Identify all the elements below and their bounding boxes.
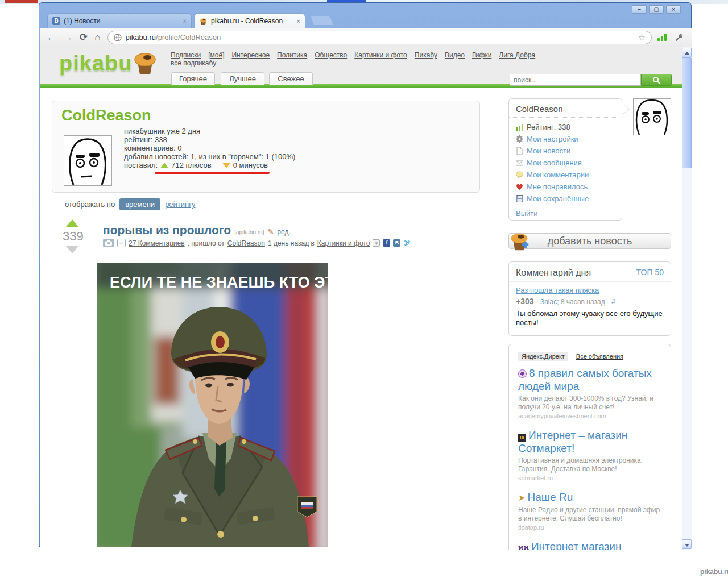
collapse-post-icon[interactable]: – <box>117 239 126 247</box>
window-controls: – ▢ ✕ <box>632 5 681 14</box>
comment-author-link[interactable]: Заiac; <box>540 298 559 306</box>
upvote-arrow-icon[interactable] <box>66 219 78 227</box>
menu-item-label: Мои сообщения <box>527 159 582 167</box>
extension-bars-icon[interactable] <box>657 34 667 41</box>
tab-pikabu-profile[interactable]: pikabu.ru - ColdReason × <box>194 13 305 28</box>
meme-caption-svg: ЕСЛИ ТЕ НЕ ЗНАЕШЬ КТО ЭТО <box>110 274 328 291</box>
menu-item-label: Мои настройки <box>527 135 578 143</box>
post-rating: 339 <box>63 229 82 244</box>
menu-item-settings[interactable]: Мои настройки <box>509 133 622 145</box>
ad-url: tipatop.ru <box>518 524 663 531</box>
all-ads-link[interactable]: Все объявления <box>576 353 623 360</box>
ad-title-link[interactable]: Интернет магазин <box>531 541 622 550</box>
nav-link[interactable]: Видео <box>445 51 465 59</box>
ad-item[interactable]: 8 правил самых богатых людей мира Как он… <box>509 361 671 419</box>
search-icon <box>652 76 660 84</box>
nav-link[interactable]: все подпикабу <box>171 59 216 67</box>
ad-item[interactable]: шИнтернет – магазин Сотмаркет! Портативн… <box>509 419 671 481</box>
sort-by-rating-link[interactable]: рейтингу <box>165 200 195 209</box>
wrench-menu-icon[interactable] <box>675 33 684 42</box>
comment-time: 8 часов назад <box>561 298 605 306</box>
comment-post-link[interactable]: Раз пошла такая пляска <box>509 282 671 296</box>
menu-item-saved[interactable]: Мои сохранённые <box>509 193 622 205</box>
comment-anchor-link[interactable]: # <box>611 298 615 306</box>
nav-link[interactable]: [моё] <box>208 51 224 59</box>
tab-close-icon[interactable]: × <box>297 18 300 24</box>
nav-link[interactable]: Картинки и фото <box>354 51 407 59</box>
comments-link[interactable]: 27 Комментариев <box>129 239 185 247</box>
stat-line: рейтинг: 338 <box>124 135 295 144</box>
home-icon[interactable]: ⌂ <box>94 32 100 43</box>
nav-link[interactable]: Гифки <box>472 51 491 59</box>
sotmarket-ad-icon: ш <box>518 434 526 442</box>
screenshot-canvas: – ▢ ✕ B (1) Новости × pikabu.ru - ColdRe… <box>0 0 728 582</box>
tab-title: pikabu.ru - ColdReason <box>211 17 293 25</box>
post-category-link[interactable]: Картинки и фото <box>317 239 370 247</box>
search-input[interactable] <box>510 74 641 86</box>
user-panel: ColdReason Рейтинг: 338 Мои настройки Мо… <box>508 98 622 221</box>
twitter-share-icon[interactable]: 🕊 <box>403 239 411 247</box>
ad-description: Как они делают 300-1000% в год? Узнай, и… <box>518 394 663 411</box>
logout-link[interactable]: Выйти <box>509 205 622 218</box>
new-tab-button[interactable] <box>311 16 333 25</box>
scroll-down-icon[interactable] <box>682 539 692 549</box>
reload-icon[interactable]: ⟳ <box>80 31 88 43</box>
sort-by-time-button[interactable]: времени <box>119 198 160 210</box>
post-title-link[interactable]: порывы из прошлого <box>103 223 231 237</box>
comment-bubble-icon <box>516 171 523 178</box>
nav-link[interactable]: Интересное <box>231 51 270 59</box>
search-button[interactable] <box>641 74 672 86</box>
bookmark-star-icon[interactable]: ☆ <box>638 32 646 43</box>
comment-score: +303 <box>516 297 534 306</box>
forward-icon[interactable]: → <box>63 32 73 43</box>
address-bar[interactable]: pikabu.ru/profile/ColdReason ☆ <box>107 31 652 44</box>
ad-title-link[interactable]: Интернет – магазин Сотмаркет! <box>518 429 627 454</box>
globe-icon <box>114 34 122 41</box>
menu-item-comments[interactable]: Мои комментарии <box>509 169 622 181</box>
facebook-share-icon[interactable]: f <box>383 239 390 247</box>
eye-ad-icon <box>518 369 527 378</box>
ad-title-link[interactable]: 8 правил самых богатых людей мира <box>518 367 652 392</box>
sidebar-avatar[interactable] <box>633 98 671 135</box>
minimize-button[interactable]: – <box>632 5 647 14</box>
add-post-button[interactable]: добавить новость <box>508 233 671 249</box>
meta-text: 1 день назад в <box>268 239 315 247</box>
top-nav: Подписки [моё] Интересное Политика Общес… <box>171 51 557 67</box>
ad-item[interactable]: ➤Наше Ru Наше Радио и другие станции, пр… <box>509 481 671 531</box>
downvote-arrow-icon[interactable] <box>66 246 78 253</box>
save-post-icon[interactable]: ▾ <box>373 239 380 247</box>
ad-title-link[interactable]: Наше Ru <box>528 491 573 503</box>
document-icon <box>516 147 523 155</box>
nav-link[interactable]: Пикабу <box>415 51 437 59</box>
page-scrollbar[interactable] <box>682 47 692 550</box>
menu-item-messages[interactable]: Мои сообщения <box>509 157 622 169</box>
post-author-link[interactable]: ColdReason <box>228 239 265 247</box>
top50-link[interactable]: ТОП 50 <box>636 268 664 278</box>
pikabu-logo[interactable]: pikabu <box>59 51 158 76</box>
close-button[interactable]: ✕ <box>666 5 681 14</box>
nav-link[interactable]: Общество <box>315 51 347 59</box>
gear-icon <box>516 135 523 143</box>
tab-fresh[interactable]: Свежее <box>269 72 313 85</box>
tab-close-icon[interactable]: × <box>183 18 187 24</box>
back-icon[interactable]: ← <box>47 32 56 43</box>
nav-link[interactable]: Лига Добра <box>499 51 535 59</box>
menu-item-label: Мне понравилось <box>527 182 588 191</box>
envelope-icon <box>516 159 523 167</box>
menu-item-news[interactable]: Мои новости <box>509 145 622 157</box>
scroll-up-icon[interactable] <box>682 48 692 57</box>
tab-hot[interactable]: Горячее <box>171 72 215 85</box>
maximize-button[interactable]: ▢ <box>649 5 664 14</box>
ad-item[interactable]: ϗϗИнтернет магазин <box>509 531 671 550</box>
vk-share-icon[interactable]: B <box>393 239 400 247</box>
nav-link[interactable]: Подписки <box>171 51 201 59</box>
scrollbar-thumb[interactable] <box>682 57 692 168</box>
edit-link[interactable]: ред. <box>277 228 290 236</box>
ad-description: Портативная и домашняя электроника. Гара… <box>518 456 663 473</box>
tab-vk-news[interactable]: B (1) Новости × <box>47 13 192 28</box>
menu-item-rating: Рейтинг: 338 <box>509 121 622 133</box>
nav-link[interactable]: Политика <box>277 51 307 59</box>
post-image[interactable]: ЕСЛИ ТЕ НЕ ЗНАЕШЬ КТО ЭТО <box>97 263 328 547</box>
tab-best[interactable]: Лучшее <box>221 72 264 85</box>
menu-item-liked[interactable]: Мне понравилось <box>509 181 622 193</box>
